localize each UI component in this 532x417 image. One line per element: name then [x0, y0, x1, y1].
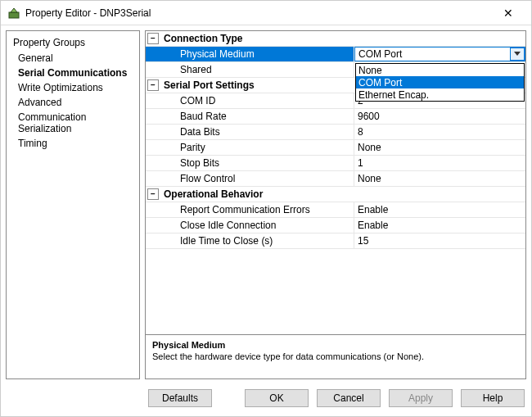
value-report-err[interactable]: Enable	[354, 202, 525, 217]
button-bar: Defaults OK Cancel Apply Help	[1, 384, 531, 412]
label-data-bits: Data Bits	[146, 125, 354, 139]
label-report-err: Report Communication Errors	[146, 202, 354, 217]
value-idle-time[interactable]: 15	[354, 233, 525, 248]
label-flow: Flow Control	[146, 171, 354, 186]
value-parity[interactable]: None	[354, 140, 525, 155]
label-stop-bits: Stop Bits	[146, 156, 354, 170]
value-flow[interactable]: None	[354, 171, 525, 186]
dropdown-option-com-port[interactable]: COM Port	[356, 76, 524, 88]
sidebar-item-general[interactable]: General	[13, 51, 133, 66]
section-connection-type[interactable]: − Connection Type	[146, 31, 525, 47]
row-stop-bits[interactable]: Stop Bits 1	[146, 156, 525, 171]
sidebar: Property Groups General Serial Communica…	[6, 30, 140, 379]
help-panel: Physical Medium Select the hardware devi…	[146, 334, 525, 378]
cancel-button[interactable]: Cancel	[317, 389, 381, 407]
help-title: Physical Medium	[152, 340, 519, 350]
app-icon	[7, 7, 20, 20]
property-grid: − Connection Type Physical Medium COM Po…	[146, 31, 525, 334]
collapse-icon[interactable]: −	[147, 188, 159, 200]
sidebar-header: Property Groups	[13, 34, 133, 51]
window-title: Property Editor - DNP3Serial	[25, 7, 492, 19]
value-text: COM Port	[358, 48, 402, 60]
label-com-id: COM ID	[146, 93, 354, 108]
row-report-errors[interactable]: Report Communication Errors Enable	[146, 202, 525, 218]
collapse-icon[interactable]: −	[147, 79, 159, 91]
physical-medium-dropdown[interactable]: None COM Port Ethernet Encap.	[355, 63, 525, 102]
section-title: Connection Type	[164, 33, 242, 44]
defaults-button[interactable]: Defaults	[148, 389, 212, 407]
row-data-bits[interactable]: Data Bits 8	[146, 125, 525, 140]
value-data-bits[interactable]: 8	[354, 125, 525, 139]
label-baud: Baud Rate	[146, 109, 354, 124]
dropdown-option-ethernet[interactable]: Ethernet Encap.	[356, 88, 524, 101]
close-icon[interactable]: ✕	[492, 7, 525, 20]
sidebar-item-timing[interactable]: Timing	[13, 136, 133, 151]
titlebar: Property Editor - DNP3Serial ✕	[1, 1, 531, 25]
ok-button[interactable]: OK	[245, 389, 309, 407]
value-stop-bits[interactable]: 1	[354, 156, 525, 170]
dropdown-option-none[interactable]: None	[356, 64, 524, 76]
value-physical-medium[interactable]: COM Port	[354, 47, 525, 61]
section-title: Operational Behavior	[164, 188, 263, 200]
label-close-idle: Close Idle Connection	[146, 218, 354, 233]
sidebar-item-write-opt[interactable]: Write Optimizations	[13, 80, 133, 95]
collapse-icon[interactable]: −	[147, 33, 159, 44]
row-physical-medium[interactable]: Physical Medium COM Port	[146, 47, 525, 62]
sidebar-item-advanced[interactable]: Advanced	[13, 95, 133, 110]
row-parity[interactable]: Parity None	[146, 140, 525, 156]
value-close-idle[interactable]: Enable	[354, 218, 525, 233]
svg-rect-0	[9, 12, 19, 18]
row-close-idle[interactable]: Close Idle Connection Enable	[146, 218, 525, 233]
row-flow-control[interactable]: Flow Control None	[146, 171, 525, 187]
apply-button[interactable]: Apply	[389, 389, 453, 407]
label-shared: Shared	[146, 62, 354, 77]
row-baud-rate[interactable]: Baud Rate 9600	[146, 109, 525, 125]
label-idle-time: Idle Time to Close (s)	[146, 233, 354, 248]
help-text: Select the hardware device type for data…	[152, 351, 519, 361]
section-operational[interactable]: − Operational Behavior	[146, 187, 525, 202]
label-parity: Parity	[146, 140, 354, 155]
help-button[interactable]: Help	[461, 389, 525, 407]
sidebar-item-serial-comm[interactable]: Serial Communications	[13, 66, 133, 80]
sidebar-item-comm-serial[interactable]: Communication Serialization	[13, 110, 133, 136]
property-grid-panel: − Connection Type Physical Medium COM Po…	[145, 30, 526, 379]
chevron-down-icon[interactable]	[510, 48, 525, 61]
row-idle-time[interactable]: Idle Time to Close (s) 15	[146, 233, 525, 249]
value-baud[interactable]: 9600	[354, 109, 525, 124]
label-physical-medium: Physical Medium	[146, 47, 354, 61]
section-title: Serial Port Settings	[164, 79, 255, 91]
